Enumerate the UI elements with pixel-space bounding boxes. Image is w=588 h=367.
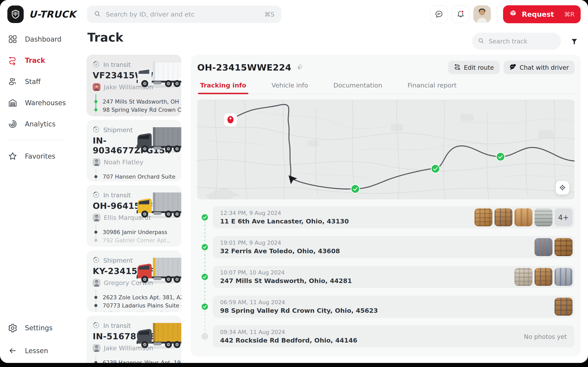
photo-thumbnail[interactable] <box>475 208 493 226</box>
shipment-stops: 2623 Zoie Locks Apt. 381, AZ70773 Ladari… <box>94 293 181 312</box>
shipment-status-row: In transit <box>93 61 181 68</box>
photo-thumbnail[interactable] <box>515 268 532 286</box>
stop-row: 98 Spring Valley Rd Crown City, OH <box>94 106 181 114</box>
brand-logo[interactable]: U-TRUCK <box>7 6 76 23</box>
stop-row: 70773 Ladarius Plains Suite 496, AZ <box>94 301 181 309</box>
map-stop-check-1 <box>351 185 360 193</box>
sidebar-item-label: Settings <box>25 324 52 332</box>
sidebar-item-label: Favorites <box>25 152 55 160</box>
sidebar-item-staff[interactable]: Staff <box>0 71 86 92</box>
sidebar-item-analytics[interactable]: Analytics <box>0 113 86 134</box>
sidebar-item-favorites[interactable]: Favorites <box>0 146 86 167</box>
status-progress-icon <box>93 322 100 329</box>
shipment-card[interactable]: In transitOH-96415GFC145Ellis Marquardt3… <box>86 185 181 247</box>
stop-row: 419 Vanessa Common <box>94 114 181 116</box>
status-progress-icon <box>93 191 100 199</box>
messages-button[interactable] <box>430 5 448 23</box>
photo-thumbnail[interactable] <box>535 208 553 226</box>
route-icon <box>454 64 461 72</box>
timeline-photos <box>535 238 572 256</box>
photo-thumbnail[interactable] <box>554 298 572 316</box>
filter-button[interactable] <box>569 38 579 46</box>
tab-tracking-info[interactable]: Tracking info <box>200 80 247 94</box>
stop-row: 145 Kuvalis Villages Suite 466, AZ <box>94 309 181 312</box>
request-label: Request <box>522 10 554 18</box>
timeline-photos <box>515 268 572 286</box>
timeline-time: 10:07 PM, 10 Aug 2024 <box>220 269 285 276</box>
timeline-item: 06:59 AM, 11 Aug 202498 Spring Valley Rd… <box>213 296 575 318</box>
photo-thumbnail[interactable] <box>535 238 553 256</box>
photo-thumbnail[interactable] <box>494 208 512 226</box>
timeline-row[interactable]: 09:34 AM, 11 Aug 2024442 Rockside Rd Bed… <box>213 325 575 347</box>
shipment-detail-panel: OH-23415WWE224 Edit route Chat wi <box>191 55 581 356</box>
timeline-row[interactable]: 10:07 PM, 10 Aug 2024247 Mills St Wadswo… <box>213 266 575 288</box>
timeline-time: 12:34 PM, 9 Aug 2024 <box>220 210 281 216</box>
search-shortcut: ⌘S <box>264 11 274 18</box>
sidebar-item-track[interactable]: Track <box>0 50 86 71</box>
timeline-row[interactable]: 12:34 PM, 9 Aug 202411 E 6th Ave Lancast… <box>213 206 575 228</box>
sidebar-item-settings[interactable]: Settings <box>0 317 94 338</box>
sidebar-item-label: Dashboard <box>25 35 61 43</box>
topbar-divider <box>497 7 497 22</box>
stop-address: 2623 Zoie Locks Apt. 381, AZ <box>103 294 181 300</box>
photo-thumbnail[interactable] <box>554 238 572 256</box>
staff-icon <box>8 77 17 86</box>
tab-documentation[interactable]: Documentation <box>333 80 383 94</box>
shipment-stops: 707 Hansen Orchard Suite027 Morar Lake S… <box>94 173 181 182</box>
timeline-status-icon <box>201 213 209 221</box>
photo-thumbnail[interactable] <box>535 268 553 286</box>
request-shortcut: ⌘R <box>564 11 575 18</box>
tab-financial-report[interactable]: Financial report <box>407 80 457 94</box>
sidebar-item-warehouses[interactable]: Warehouses <box>0 92 86 113</box>
timeline-address: 11 E 6th Ave Lancaster, Ohio, 43130 <box>220 217 349 225</box>
request-button[interactable]: Request ⌘R <box>503 5 581 23</box>
shipment-driver: Jake Williamson <box>93 83 181 91</box>
driver-avatar <box>93 158 100 166</box>
notifications-button[interactable] <box>452 5 470 23</box>
stop-dot <box>94 231 97 234</box>
shipment-card[interactable]: In transitVF23415WWE224Jake Williamson24… <box>86 55 181 116</box>
timeline-row[interactable]: 06:59 AM, 11 Aug 202498 Spring Valley Rd… <box>213 296 575 318</box>
driver-avatar <box>93 344 100 352</box>
shipment-card[interactable]: In transitIN-51678URE401Jake Williamson6… <box>86 316 181 363</box>
edit-route-button[interactable]: Edit route <box>448 61 500 74</box>
route-map[interactable] <box>197 100 575 200</box>
driver-name: Noah Flatley <box>104 158 143 166</box>
stop-address: 707 Hansen Orchard Suite <box>103 174 175 180</box>
sidebar-collapse-button[interactable]: Lessen <box>0 340 94 361</box>
shipment-status: In transit <box>103 322 131 329</box>
analytics-icon <box>8 119 17 129</box>
global-search[interactable]: ⌘S <box>87 6 281 23</box>
driver-avatar <box>93 214 100 221</box>
stop-address: 70773 Ladarius Plains Suite 496, AZ <box>103 302 181 309</box>
chat-with-driver-button[interactable]: Chat with driver <box>504 61 575 74</box>
crosshair-icon <box>559 184 566 192</box>
photo-thumbnail[interactable] <box>515 208 532 226</box>
search-icon <box>478 38 484 45</box>
shipment-id: VF23415WWE224 <box>93 71 181 80</box>
sidebar-item-dashboard[interactable]: Dashboard <box>0 29 86 50</box>
track-search-input[interactable] <box>488 38 555 45</box>
package-icon <box>509 9 517 19</box>
arrow-left-icon <box>8 346 17 356</box>
shipment-card[interactable]: ShipmentKY-23415JNF155Gregory Corwin2623… <box>86 250 181 312</box>
timeline-status-icon <box>201 333 209 340</box>
sidebar-item-label: Warehouses <box>25 99 66 107</box>
shipment-card[interactable]: ShipmentIN-9034677ZFG154Noah Flatley707 … <box>86 120 181 182</box>
timeline-row[interactable]: 19:01 PM, 9 Aug 202432 Ferris Ave Toledo… <box>213 236 575 258</box>
stop-dot <box>94 361 97 363</box>
tab-vehicle-info[interactable]: Vehicle info <box>271 80 309 94</box>
more-photos-badge[interactable]: 4+ <box>554 208 572 226</box>
locate-button[interactable] <box>556 181 569 194</box>
track-search[interactable] <box>472 33 561 50</box>
chat-with-driver-label: Chat with driver <box>520 64 569 71</box>
photo-thumbnail[interactable] <box>554 268 572 286</box>
copy-id-button[interactable] <box>296 63 303 72</box>
user-avatar[interactable] <box>473 5 491 23</box>
shipment-driver: Ellis Marquardt <box>93 214 181 221</box>
global-search-input[interactable] <box>105 10 260 18</box>
shipment-id: KY-23415JNF155 <box>93 266 181 276</box>
status-progress-icon <box>93 257 100 264</box>
stop-row: 30986 Jamir Underpass <box>94 228 181 236</box>
shipment-driver: Gregory Corwin <box>93 279 181 287</box>
